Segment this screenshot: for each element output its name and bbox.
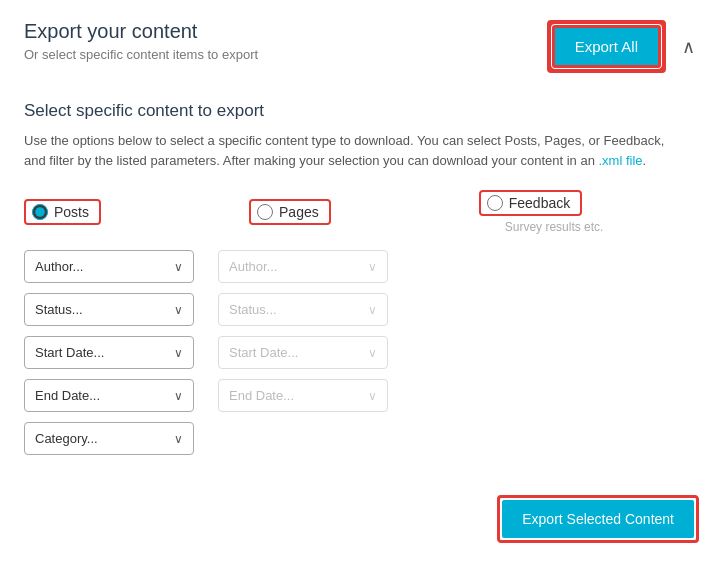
columns-row: Author... ∨ Status... ∨ Start Date... ∨ … xyxy=(24,250,699,455)
posts-author-chevron: ∨ xyxy=(174,260,183,274)
header-section: Export your content Or select specific c… xyxy=(24,20,699,73)
feedback-label: Feedback xyxy=(509,195,570,211)
description-line1: Use the options below to select a specif… xyxy=(24,133,664,148)
posts-radio[interactable] xyxy=(32,204,48,220)
pages-startdate-dropdown[interactable]: Start Date... ∨ xyxy=(218,336,388,369)
pages-author-chevron: ∨ xyxy=(368,260,377,274)
posts-status-chevron: ∨ xyxy=(174,303,183,317)
posts-startdate-chevron: ∨ xyxy=(174,346,183,360)
feedback-note: Survey results etc. xyxy=(505,220,604,234)
posts-radio-wrapper: Posts xyxy=(24,199,101,225)
export-selected-button[interactable]: Export Selected Content xyxy=(502,500,694,538)
xml-link[interactable]: .xml file xyxy=(599,153,643,168)
description-line2: and filter by the listed parameters. Aft… xyxy=(24,153,646,168)
posts-enddate-dropdown[interactable]: End Date... ∨ xyxy=(24,379,194,412)
description: Use the options below to select a specif… xyxy=(24,131,699,170)
pages-author-label: Author... xyxy=(229,259,277,274)
select-section: Select specific content to export Use th… xyxy=(24,101,699,543)
posts-column: Author... ∨ Status... ∨ Start Date... ∨ … xyxy=(24,250,194,455)
page-subtitle: Or select specific content items to expo… xyxy=(24,47,258,62)
pages-label: Pages xyxy=(279,204,319,220)
pages-column: Author... ∨ Status... ∨ Start Date... ∨ … xyxy=(218,250,388,412)
page-title: Export your content xyxy=(24,20,258,43)
posts-author-dropdown[interactable]: Author... ∨ xyxy=(24,250,194,283)
posts-category-dropdown[interactable]: Category... ∨ xyxy=(24,422,194,455)
pages-radio[interactable] xyxy=(257,204,273,220)
posts-status-dropdown[interactable]: Status... ∨ xyxy=(24,293,194,326)
export-all-button[interactable]: Export All xyxy=(552,25,661,68)
pages-enddate-label: End Date... xyxy=(229,388,294,403)
header-actions: Export All ∧ xyxy=(547,20,699,73)
header-text: Export your content Or select specific c… xyxy=(24,20,258,62)
posts-startdate-label: Start Date... xyxy=(35,345,104,360)
export-all-wrapper: Export All xyxy=(547,20,666,73)
radio-row: Posts Pages Feedback Survey results xyxy=(24,190,699,234)
posts-status-label: Status... xyxy=(35,302,83,317)
collapse-icon[interactable]: ∧ xyxy=(678,32,699,62)
pages-startdate-chevron: ∨ xyxy=(368,346,377,360)
posts-startdate-dropdown[interactable]: Start Date... ∨ xyxy=(24,336,194,369)
main-container: Export your content Or select specific c… xyxy=(0,0,723,563)
feedback-radio[interactable] xyxy=(487,195,503,211)
posts-radio-option[interactable]: Posts xyxy=(24,199,101,225)
feedback-radio-option[interactable]: Feedback xyxy=(479,190,604,216)
pages-radio-wrapper: Pages xyxy=(249,199,331,225)
select-title: Select specific content to export xyxy=(24,101,699,121)
pages-status-chevron: ∨ xyxy=(368,303,377,317)
pages-startdate-label: Start Date... xyxy=(229,345,298,360)
posts-label: Posts xyxy=(54,204,89,220)
posts-enddate-chevron: ∨ xyxy=(174,389,183,403)
pages-enddate-chevron: ∨ xyxy=(368,389,377,403)
export-selected-wrapper: Export Selected Content xyxy=(497,495,699,543)
pages-author-dropdown[interactable]: Author... ∨ xyxy=(218,250,388,283)
feedback-col: Feedback Survey results etc. xyxy=(479,190,604,234)
pages-enddate-dropdown[interactable]: End Date... ∨ xyxy=(218,379,388,412)
footer-section: Export Selected Content xyxy=(24,485,699,543)
posts-category-label: Category... xyxy=(35,431,98,446)
pages-radio-option[interactable]: Pages xyxy=(249,199,331,225)
pages-status-label: Status... xyxy=(229,302,277,317)
posts-enddate-label: End Date... xyxy=(35,388,100,403)
feedback-radio-wrapper: Feedback xyxy=(479,190,582,216)
posts-category-chevron: ∨ xyxy=(174,432,183,446)
posts-author-label: Author... xyxy=(35,259,83,274)
pages-status-dropdown[interactable]: Status... ∨ xyxy=(218,293,388,326)
